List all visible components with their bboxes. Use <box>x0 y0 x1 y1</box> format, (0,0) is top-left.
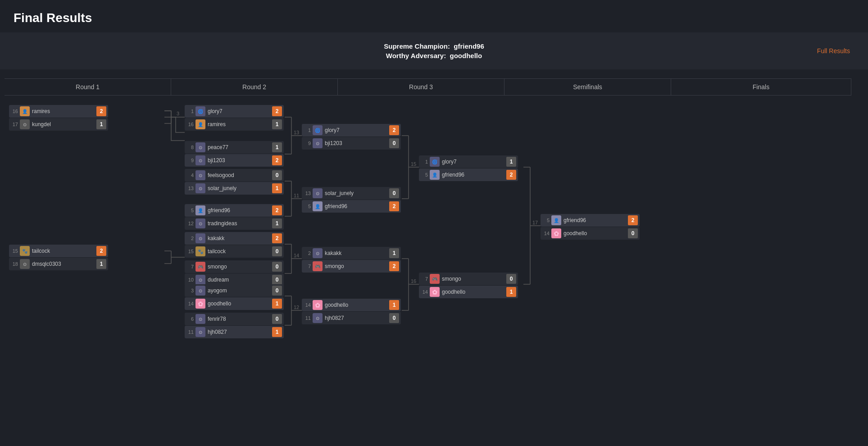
adversary-value: goodhello <box>450 52 482 59</box>
player-row: 9 ⊙ bji1203 0 <box>302 137 401 150</box>
round3-header: Round 3 <box>338 78 504 96</box>
r2-match4: 8 ⊙ peace77 1 9 ⊙ bji1203 2 <box>185 141 284 167</box>
player-row: 5 👤 gfriend96 2 <box>541 214 640 227</box>
adversary-label: Worthy Adversary: <box>386 52 446 59</box>
player-row: 14 🌸 goodhello 1 <box>302 299 401 311</box>
avatar: 🐾 <box>195 246 205 256</box>
avatar: 👤 <box>313 201 323 211</box>
sf-match15: 15 1 🌀 glory7 1 5 👤 gfriend96 2 <box>419 155 518 182</box>
r1-match1: 1 16 👤 ramires 2 17 ⊙ kungdel 1 <box>9 105 108 131</box>
r2-match8: 7 🎮 smongo 0 10 ⊙ dudream 0 <box>185 260 284 287</box>
avatar: 🐾 <box>20 246 30 256</box>
r3-match12: 11 13 ⊙ solar_junely 0 5 👤 gfriend96 2 <box>302 187 401 213</box>
avatar: ⊙ <box>195 233 205 243</box>
player-row: 11 ⊙ hjh0827 1 <box>185 326 284 338</box>
avatar: ⊙ <box>313 188 323 198</box>
player-row: 15 🐾 tailcock 2 <box>9 245 108 257</box>
avatar: ⊙ <box>195 183 205 193</box>
avatar: 🌀 <box>430 157 440 167</box>
player-row: 14 🌸 goodhello 1 <box>419 286 518 298</box>
avatar: ⊙ <box>195 142 205 152</box>
r2-match5: 4 ⊙ feelsogood 0 13 ⊙ solar_junely 1 <box>185 168 284 195</box>
player-row: 16 👤 ramires 2 <box>9 105 108 118</box>
player-row: 2 ⊙ kakakk 1 <box>302 247 401 259</box>
avatar: 👤 <box>551 215 561 225</box>
player-row: 7 🎮 smongo 0 <box>419 273 518 285</box>
page-title: Final Results <box>0 0 868 32</box>
avatar: 🌸 <box>313 300 323 310</box>
player-row: 14 🌸 goodhello 1 <box>185 297 284 310</box>
player-row: 14 🌸 goodhello 0 <box>541 227 640 240</box>
avatar: 🌀 <box>195 106 205 116</box>
avatar: ⊙ <box>195 286 205 296</box>
player-row: 9 ⊙ bji1203 2 <box>185 154 284 167</box>
player-row: 5 👤 gfriend96 2 <box>185 204 284 217</box>
sf-match16: 16 7 🎮 smongo 0 14 🌸 goodhello 1 <box>419 272 518 299</box>
player-row: 15 🐾 tailcock 0 <box>185 245 284 258</box>
r3-match11: 13 1 🌀 glory7 2 9 ⊙ bji1203 0 <box>302 123 401 150</box>
player-row: 4 ⊙ feelsogood 0 <box>185 169 284 182</box>
player-row: 1 🌀 glory7 1 <box>419 155 518 168</box>
avatar: ⊙ <box>20 119 30 129</box>
player-row: 3 ⊙ ayogom 0 <box>185 284 284 297</box>
avatar: ⊙ <box>313 248 323 258</box>
player-row: 13 ⊙ solar_junely 0 <box>302 187 401 200</box>
avatar: ⊙ <box>313 138 323 148</box>
player-row: 11 ⊙ hjh0827 0 <box>302 312 401 324</box>
player-row: 1 🌀 glory7 2 <box>185 105 284 118</box>
avatar: 👤 <box>195 119 205 129</box>
avatar: 👤 <box>430 170 440 180</box>
avatar: ⊙ <box>195 314 205 324</box>
avatar: 🌸 <box>551 228 561 238</box>
avatar: 🌸 <box>195 299 205 309</box>
finals-match17: 17 5 👤 gfriend96 2 14 🌸 goodhello 0 <box>541 214 640 240</box>
r3-match13: 14 2 ⊙ kakakk 1 7 🎮 smongo 2 <box>302 246 401 273</box>
player-row: 7 🎮 smongo 2 <box>302 260 401 273</box>
champion-bar: Supreme Champion: gfriend96 Worthy Adver… <box>0 32 868 69</box>
player-row: 16 👤 ramires 1 <box>185 118 284 131</box>
avatar: ⊙ <box>195 218 205 228</box>
finals-header: Finals <box>671 78 851 96</box>
round2-header: Round 2 <box>171 78 338 96</box>
player-row: 1 🌀 glory7 2 <box>302 124 401 137</box>
player-row: 5 👤 gfriend96 2 <box>302 200 401 213</box>
r1-match2: 2 15 🐾 tailcock 2 18 ⊙ dmsqlc0303 1 <box>9 244 108 271</box>
avatar: 🎮 <box>195 262 205 272</box>
r3-match14: 12 14 🌸 goodhello 1 11 ⊙ hjh0827 0 <box>302 298 401 325</box>
semifinals-header: Semifinals <box>504 78 671 96</box>
player-row: 8 ⊙ peace77 1 <box>185 141 284 154</box>
r2-match7: 2 ⊙ kakakk 2 15 🐾 tailcock 0 <box>185 232 284 258</box>
full-results-link[interactable]: Full Results <box>817 47 850 55</box>
player-row: 17 ⊙ kungdel 1 <box>9 118 108 131</box>
player-row: 18 ⊙ dmsqlc0303 1 <box>9 258 108 270</box>
champion-value: gfriend96 <box>454 42 484 50</box>
player-row: 2 ⊙ kakakk 2 <box>185 232 284 245</box>
avatar: 🎮 <box>313 261 323 271</box>
r2-match9: 3 ⊙ ayogom 0 14 🌸 goodhello 1 <box>185 284 284 310</box>
avatar: 👤 <box>20 106 30 116</box>
champion-label: Supreme Champion: <box>384 42 450 50</box>
player-row: 12 ⊙ tradingideas 1 <box>185 217 284 230</box>
r2-match10: 6 ⊙ fenrir78 0 11 ⊙ hjh0827 1 <box>185 312 284 339</box>
player-row: 7 🎮 smongo 0 <box>185 260 284 273</box>
player-row: 6 ⊙ fenrir78 0 <box>185 313 284 325</box>
round1-header: Round 1 <box>5 78 171 96</box>
r2-match3: 3 1 🌀 glory7 2 16 👤 ramires 1 <box>185 105 284 131</box>
avatar: ⊙ <box>195 170 205 180</box>
player-row: 5 👤 gfriend96 2 <box>419 168 518 181</box>
avatar: ⊙ <box>195 275 205 285</box>
r2-match6: 5 👤 gfriend96 2 12 ⊙ tradingideas 1 <box>185 204 284 230</box>
avatar: 🌀 <box>313 125 323 135</box>
avatar: ⊙ <box>313 313 323 323</box>
avatar: ⊙ <box>195 155 205 165</box>
avatar: ⊙ <box>195 327 205 337</box>
player-row: 13 ⊙ solar_junely 1 <box>185 182 284 195</box>
avatar: 👤 <box>195 205 205 215</box>
avatar: 🌸 <box>430 287 440 297</box>
avatar: 🎮 <box>430 274 440 284</box>
avatar: ⊙ <box>20 259 30 269</box>
